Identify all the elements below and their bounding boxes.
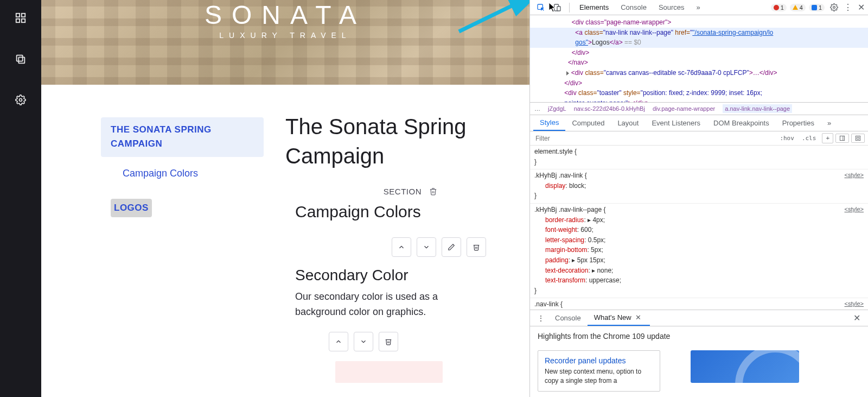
delete-button[interactable]: [467, 237, 486, 257]
body-text: Our secondary color is used as a backgro…: [295, 289, 474, 320]
svg-rect-1: [22, 14, 25, 17]
new-style-rule-icon[interactable]: +: [822, 133, 833, 143]
styles-body[interactable]: element.style { } <style> .kHyhBj .nav-l…: [530, 146, 868, 310]
drawer-tab-console[interactable]: Console: [548, 311, 588, 325]
svg-rect-0: [16, 14, 20, 17]
rule-source-link[interactable]: <style>: [845, 171, 864, 180]
dom-selected-line[interactable]: <a class="nav-link nav-link--page" href=…: [530, 28, 868, 38]
whatsnew-headline: Highlights from the Chrome 109 update: [538, 332, 860, 341]
nav-link-logos[interactable]: Logos: [111, 199, 152, 217]
tab-elements[interactable]: Elements: [574, 1, 614, 14]
settings-icon[interactable]: [830, 3, 838, 11]
trash-icon[interactable]: [429, 187, 437, 196]
hov-toggle[interactable]: :hov: [776, 133, 798, 143]
breadcrumb-item[interactable]: div.page-name-wrapper: [653, 105, 715, 112]
drawer-menu-icon[interactable]: ⋮: [533, 312, 548, 324]
edit-button[interactable]: [442, 237, 461, 257]
box-model-icon[interactable]: [851, 134, 865, 143]
whatsnew-card[interactable]: Recorder panel updates New step context …: [538, 350, 660, 392]
svg-rect-15: [857, 137, 859, 140]
move-down-button[interactable]: [354, 332, 373, 351]
dom-breadcrumb[interactable]: … jZgdgL nav.sc-222d24b6-0.kHyhBj div.pa…: [530, 102, 868, 115]
rule-source-link[interactable]: <style>: [845, 205, 864, 214]
sub-heading: Secondary Color: [295, 267, 508, 284]
tab-layout[interactable]: Layout: [611, 116, 645, 130]
whatsnew-card-body: New step context menu, option to copy a …: [545, 367, 653, 386]
brand-logo: SONATA LUXURY TRAVEL: [205, 0, 366, 40]
app-sidebar: [0, 0, 41, 397]
move-down-button[interactable]: [417, 237, 436, 257]
tab-computed[interactable]: Computed: [565, 116, 611, 130]
swatch-controls: [329, 332, 508, 351]
section-title: Campaign Colors: [295, 203, 508, 221]
hero-banner: SONATA LUXURY TRAVEL: [41, 0, 529, 85]
svg-point-11: [833, 7, 835, 9]
dashboard-icon[interactable]: [15, 12, 27, 24]
computed-sidebar-icon[interactable]: [835, 134, 849, 143]
page-main: The Sonata Spring Campaign SECTION Campa…: [264, 112, 529, 397]
rule-source-link[interactable]: <style>: [845, 299, 864, 308]
styles-filter-row: :hov .cls +: [530, 131, 868, 146]
drawer-tab-whatsnew[interactable]: What's New ✕: [588, 310, 650, 326]
svg-rect-14: [856, 136, 860, 140]
cls-toggle[interactable]: .cls: [798, 133, 820, 143]
kebab-icon[interactable]: ⋮: [844, 2, 852, 12]
close-icon[interactable]: ✕: [858, 2, 865, 12]
content-area: SONATA LUXURY TRAVEL The Sonata Spring C…: [41, 0, 529, 397]
move-up-button[interactable]: [329, 332, 348, 351]
svg-point-6: [20, 99, 22, 102]
color-swatch[interactable]: [335, 361, 443, 383]
warning-badge[interactable]: 4: [790, 4, 806, 11]
delete-button[interactable]: [379, 332, 398, 351]
copy-icon[interactable]: [15, 53, 27, 65]
inspect-icon[interactable]: [533, 1, 548, 14]
tab-console[interactable]: Console: [615, 1, 652, 14]
info-badge[interactable]: 1: [809, 4, 825, 11]
gear-icon[interactable]: [15, 94, 26, 105]
drawer-close-icon[interactable]: ✕: [849, 313, 865, 323]
brand-tagline: LUXURY TRAVEL: [205, 31, 366, 40]
svg-rect-10: [557, 7, 560, 11]
devtools-panel: Elements Console Sources » 1 4 1 ⋮ ✕ <di…: [529, 0, 868, 397]
tab-styles[interactable]: Styles: [533, 115, 565, 131]
device-toggle-icon[interactable]: [550, 1, 565, 14]
svg-rect-2: [16, 19, 20, 22]
styles-tabs-overflow-icon[interactable]: »: [821, 116, 838, 130]
section-label: SECTION: [384, 187, 422, 196]
page-nav: The Sonata Spring Campaign Campaign Colo…: [41, 112, 264, 397]
tab-dom-breakpoints[interactable]: DOM Breakpoints: [707, 116, 776, 130]
breadcrumb-item[interactable]: a.nav-link.nav-link--page: [723, 104, 792, 113]
item-controls: [285, 237, 508, 257]
styles-filter-input[interactable]: [533, 134, 776, 143]
nav-link-spring-campaign[interactable]: The Sonata Spring Campaign: [101, 117, 264, 157]
devtools-drawer: ⋮ Console What's New ✕ ✕ Highlights from…: [530, 310, 868, 397]
nav-link-campaign-colors[interactable]: Campaign Colors: [101, 165, 264, 182]
breadcrumb-item[interactable]: jZgdgL: [548, 105, 566, 112]
page-title: The Sonata Spring Campaign: [285, 112, 508, 171]
brand-name: SONATA: [205, 0, 366, 30]
tab-event-listeners[interactable]: Event Listeners: [645, 116, 707, 130]
svg-rect-12: [840, 136, 844, 140]
svg-rect-4: [18, 57, 24, 63]
tabs-overflow-icon[interactable]: »: [691, 1, 706, 14]
whatsnew-preview-image: [691, 350, 799, 383]
svg-rect-5: [17, 55, 23, 61]
error-badge[interactable]: 1: [771, 4, 787, 11]
move-up-button[interactable]: [392, 237, 411, 257]
dom-tree[interactable]: <div class="page-name-wrapper"> <a class…: [530, 15, 868, 102]
styles-tabs: Styles Computed Layout Event Listeners D…: [530, 115, 868, 131]
tab-sources[interactable]: Sources: [653, 1, 690, 14]
breadcrumb-item[interactable]: nav.sc-222d24b6-0.kHyhBj: [574, 105, 645, 112]
tab-properties[interactable]: Properties: [776, 116, 821, 130]
tab-close-icon[interactable]: ✕: [633, 313, 643, 322]
svg-rect-3: [22, 19, 25, 22]
devtools-toolbar: Elements Console Sources » 1 4 1 ⋮ ✕: [530, 0, 868, 15]
whatsnew-card-title: Recorder panel updates: [545, 356, 653, 365]
